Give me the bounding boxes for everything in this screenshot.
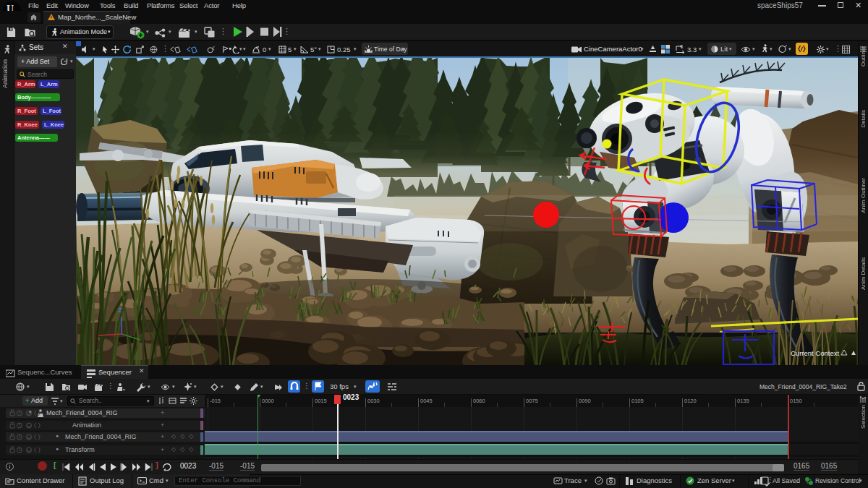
svg-text:Z: Z	[118, 307, 122, 314]
svg-text:Current Context: Current Context	[791, 349, 839, 357]
